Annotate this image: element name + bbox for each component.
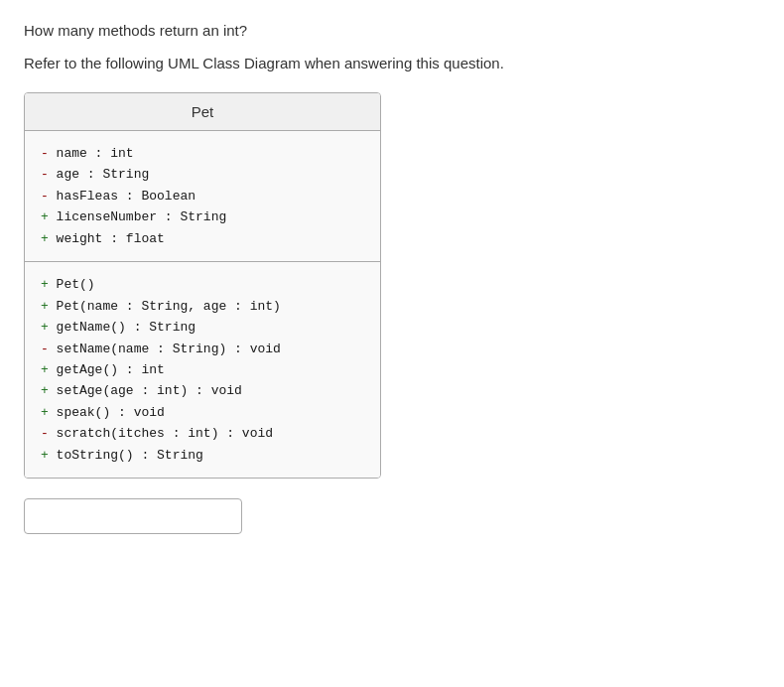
uml-class-name: Pet <box>25 93 380 131</box>
uml-attribute: + licenseNumber : String <box>41 206 364 227</box>
uml-attribute: - name : int <box>41 143 364 164</box>
uml-attributes-section: - name : int- age : String- hasFleas : B… <box>25 131 380 262</box>
uml-attribute: - hasFleas : Boolean <box>41 186 364 206</box>
uml-method: + setAge(age : int) : void <box>41 380 364 401</box>
uml-method: + Pet() <box>41 274 364 295</box>
uml-method: + getAge() : int <box>41 359 364 380</box>
question-refer: Refer to the following UML Class Diagram… <box>24 53 760 75</box>
uml-attribute: + weight : float <box>41 228 364 249</box>
answer-input[interactable] <box>24 498 242 534</box>
uml-methods-section: + Pet()+ Pet(name : String, age : int)+ … <box>25 262 380 478</box>
uml-method: + speak() : void <box>41 402 364 423</box>
uml-method: + toString() : String <box>41 445 364 466</box>
uml-method: + Pet(name : String, age : int) <box>41 296 364 317</box>
question-main: How many methods return an int? <box>24 20 760 43</box>
uml-method: + getName() : String <box>41 317 364 338</box>
uml-attribute: - age : String <box>41 164 364 185</box>
uml-method: - scratch(itches : int) : void <box>41 423 364 444</box>
uml-method: - setName(name : String) : void <box>41 339 364 359</box>
uml-diagram: Pet - name : int- age : String- hasFleas… <box>24 92 381 479</box>
